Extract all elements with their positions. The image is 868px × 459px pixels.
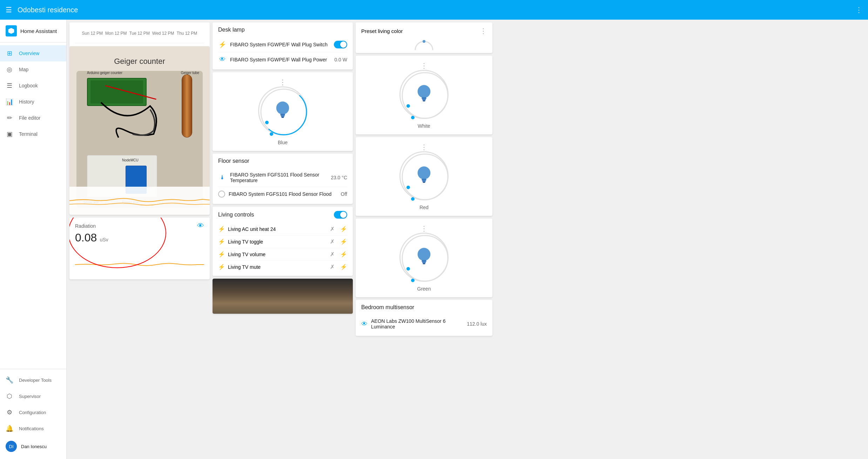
- topbar-more-icon[interactable]: ⋮: [855, 6, 862, 14]
- green-light-more-icon[interactable]: ⋮: [420, 224, 428, 233]
- node-label: NodeMCU: [122, 158, 139, 162]
- sidebar-item-logbook[interactable]: ☰ Logbook: [0, 78, 66, 94]
- preset-more-icon[interactable]: ⋮: [480, 27, 487, 35]
- ac-unit-name: Living AC unit heat 24: [228, 226, 327, 232]
- luminance-icon: 👁: [361, 320, 368, 328]
- preset-living-color-card: Preset living color ⋮: [356, 22, 492, 53]
- sidebar-label-map: Map: [19, 67, 28, 72]
- ac-off-icon[interactable]: ✗: [330, 226, 335, 232]
- tv-mute-on-icon[interactable]: ⚡: [340, 264, 347, 270]
- user-profile[interactable]: DI Dan Ionescu: [0, 437, 66, 456]
- bedroom-multisensor-title: Bedroom multisensor: [361, 304, 414, 311]
- radiation-eye-icon[interactable]: 👁: [197, 222, 204, 230]
- tv-volume-icon: ⚡: [218, 251, 225, 258]
- red-light-card: ⋮ Red: [356, 137, 492, 216]
- arduino-label: Arduino geiger counter: [87, 71, 122, 75]
- floor-flood-name: FIBARO System FGFS101 Flood Sensor Flood: [229, 191, 337, 197]
- living-controls-header: Living controls: [213, 207, 353, 223]
- sidebar-label-terminal: Terminal: [19, 131, 38, 137]
- svg-point-9: [406, 104, 410, 108]
- sidebar-item-history[interactable]: 📊 History: [0, 94, 66, 110]
- supervisor-icon: ⬡: [6, 392, 13, 400]
- blue-light-more-icon[interactable]: ⋮: [279, 78, 286, 86]
- red-light-more-icon[interactable]: ⋮: [420, 143, 428, 151]
- desk-lamp-content: ⚡ FIBARO System FGWPE/F Wall Plug Switch…: [213, 37, 353, 69]
- tv-volume-off-icon[interactable]: ✗: [330, 251, 335, 258]
- luminance-name: AEON Labs ZW100 MultiSensor 6 Luminance: [371, 318, 463, 330]
- tv-toggle-row: ⚡ Living TV toggle ✗ ⚡: [218, 235, 347, 248]
- svg-point-8: [402, 73, 448, 118]
- desk-lamp-power-row: 👁 FIBARO System FGWPE/F Wall Plug Power …: [218, 52, 347, 67]
- logo-icon: [6, 25, 17, 36]
- desk-lamp-switch-row: ⚡ FIBARO System FGWPE/F Wall Plug Switch: [218, 37, 347, 52]
- floor-temp-name: FIBARO System FGFS101 Flood Sensor Tempe…: [230, 172, 327, 183]
- plug-switch-name: FIBARO System FGWPE/F Wall Plug Switch: [230, 42, 330, 47]
- ac-icon: ⚡: [218, 226, 225, 232]
- sidebar-item-notifications[interactable]: 🔔 Notifications: [0, 420, 66, 437]
- terminal-icon: ▣: [6, 130, 13, 138]
- svg-point-2: [265, 121, 269, 124]
- tv-toggle-icon: ⚡: [218, 238, 225, 245]
- camera-card: [213, 279, 353, 314]
- svg-point-7: [423, 40, 425, 43]
- sidebar-item-developer-tools[interactable]: 🔧 Developer Tools: [0, 372, 66, 388]
- desk-lamp-card: Desk lamp ⚡ FIBARO System FGWPE/F Wall P…: [213, 22, 353, 69]
- tv-toggle-on-icon[interactable]: ⚡: [340, 238, 347, 245]
- bedroom-multisensor-header: Bedroom multisensor: [356, 300, 492, 315]
- tv-toggle-off-icon[interactable]: ✗: [330, 238, 335, 245]
- column-3: Preset living color ⋮ ⋮: [356, 22, 492, 456]
- luminance-value: 112.0 lux: [467, 321, 487, 327]
- sidebar-item-configuration[interactable]: ⚙ Configuration: [0, 404, 66, 420]
- history-card: Sun 12 PM Mon 12 PM Tue 12 PM Wed 12 PM …: [69, 22, 210, 215]
- white-light-more-icon[interactable]: ⋮: [420, 61, 428, 70]
- topbar: ☰ Odobesti residence ⋮: [0, 0, 868, 20]
- sidebar-item-terminal[interactable]: ▣ Terminal: [0, 126, 66, 142]
- svg-point-15: [406, 186, 410, 189]
- sidebar: Home Assistant ⊞ Overview ◎ Map ☰ Logboo…: [0, 20, 67, 459]
- day-label-mon: Mon 12 PM: [105, 31, 127, 36]
- floor-temp-row: 🌡 FIBARO System FGFS101 Flood Sensor Tem…: [218, 168, 347, 187]
- plug-switch-icon: ⚡: [218, 41, 227, 48]
- svg-point-21: [406, 267, 410, 271]
- tv-mute-row: ⚡ Living TV mute ✗ ⚡: [218, 261, 347, 273]
- tv-volume-on-icon[interactable]: ⚡: [340, 251, 347, 258]
- floor-sensor-content: 🌡 FIBARO System FGFS101 Flood Sensor Tem…: [213, 168, 353, 204]
- sidebar-item-overview[interactable]: ⊞ Overview: [0, 45, 66, 61]
- ac-on-icon[interactable]: ⚡: [340, 226, 347, 232]
- sidebar-item-file-editor[interactable]: ✏ File editor: [0, 110, 66, 126]
- white-light-card: ⋮ White: [356, 56, 492, 134]
- overview-icon: ⊞: [6, 49, 13, 57]
- floor-sensor-card: Floor sensor 🌡 FIBARO System FGFS101 Flo…: [213, 154, 353, 204]
- sidebar-label-history: History: [19, 99, 34, 105]
- sidebar-label-file-editor: File editor: [19, 115, 40, 121]
- tube-label: Geiger tube: [181, 71, 199, 75]
- user-name: Dan Ionescu: [21, 444, 47, 449]
- floor-flood-value: Off: [341, 191, 347, 197]
- svg-point-14: [402, 154, 448, 200]
- sidebar-logo: Home Assistant: [0, 20, 66, 42]
- main-layout: Home Assistant ⊞ Overview ◎ Map ☰ Logboo…: [0, 20, 868, 459]
- sidebar-item-supervisor[interactable]: ⬡ Supervisor: [0, 388, 66, 404]
- tv-mute-icon: ⚡: [218, 264, 225, 270]
- plug-switch-toggle[interactable]: [334, 41, 347, 48]
- camera-view: [213, 279, 353, 314]
- radiation-card: Radiation 👁 0.08 uSv: [69, 218, 210, 279]
- floor-sensor-header: Floor sensor: [213, 154, 353, 168]
- tv-mute-off-icon[interactable]: ✗: [330, 264, 335, 270]
- blue-light-card: ⋮ Blue: [213, 72, 353, 151]
- desk-lamp-title: Desk lamp: [218, 27, 245, 33]
- column-1: Sun 12 PM Mon 12 PM Tue 12 PM Wed 12 PM …: [69, 22, 210, 456]
- history-icon: 📊: [6, 98, 13, 106]
- menu-icon[interactable]: ☰: [6, 6, 12, 14]
- app-title: Home Assistant: [20, 28, 57, 34]
- sidebar-footer: 🔧 Developer Tools ⬡ Supervisor ⚙ Configu…: [0, 369, 66, 459]
- blue-light-label: Blue: [278, 140, 288, 145]
- sidebar-label-overview: Overview: [19, 51, 39, 56]
- living-controls-toggle[interactable]: [334, 211, 347, 219]
- sidebar-item-map[interactable]: ◎ Map: [0, 61, 66, 78]
- tv-toggle-name: Living TV toggle: [228, 239, 327, 245]
- floor-flood-row: FIBARO System FGFS101 Flood Sensor Flood…: [218, 187, 347, 201]
- preset-header: Preset living color ⋮: [358, 25, 490, 36]
- tv-volume-name: Living TV volume: [228, 252, 327, 257]
- column-2: Desk lamp ⚡ FIBARO System FGWPE/F Wall P…: [213, 22, 353, 456]
